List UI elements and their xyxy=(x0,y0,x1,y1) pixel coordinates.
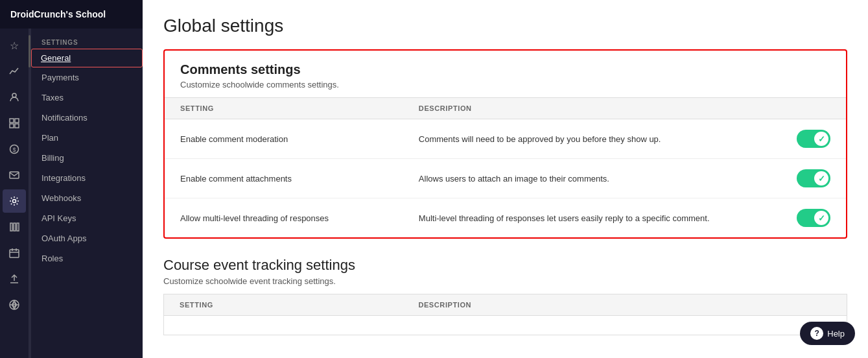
sidebar-icon-grid[interactable] xyxy=(3,112,26,135)
app-title: DroidCrunch's School xyxy=(10,9,106,19)
toggle-threading[interactable]: ✓ xyxy=(797,209,830,227)
sidebar-icon-upload[interactable] xyxy=(3,267,26,291)
sidebar-icon-chart[interactable] xyxy=(3,60,26,83)
table-row: Enable comment moderation Comments will … xyxy=(165,119,846,159)
svg-rect-10 xyxy=(14,223,16,231)
sidebar-icon-users[interactable] xyxy=(3,86,26,109)
setting-description: Multi-level threading of responses let u… xyxy=(403,198,778,238)
toggle-attachments[interactable]: ✓ xyxy=(797,169,830,187)
toggle-check-icon: ✓ xyxy=(818,134,825,144)
table-row xyxy=(164,316,847,335)
toggle-check-icon: ✓ xyxy=(818,213,825,223)
app-header: DroidCrunch's School xyxy=(0,0,143,29)
svg-rect-11 xyxy=(17,223,19,231)
page-title: Global settings xyxy=(163,16,847,36)
svg-rect-4 xyxy=(15,124,19,128)
sidebar-item-plan[interactable]: Plan xyxy=(31,128,143,148)
svg-text:$: $ xyxy=(13,147,16,153)
toggle-cell: ✓ xyxy=(778,159,846,198)
sidebar-item-notifications[interactable]: Notifications xyxy=(31,108,143,128)
sidebar-icon-library[interactable] xyxy=(3,215,26,239)
sidebar-icon-column: ☆ $ xyxy=(0,29,29,358)
tracking-table: SETTING DESCRIPTION xyxy=(163,294,847,335)
table-row: Allow multi-level threading of responses… xyxy=(165,198,846,238)
sidebar-icon-share[interactable] xyxy=(3,293,26,316)
sidebar-item-oauth-apps[interactable]: OAuth Apps xyxy=(31,228,143,248)
sidebar-icon-gear[interactable] xyxy=(3,189,26,213)
tracking-section-desc: Customize schoolwide event tracking sett… xyxy=(163,276,847,286)
tracking-section-title: Course event tracking settings xyxy=(163,257,847,274)
col-header-toggle xyxy=(778,98,846,119)
sidebar-nav: SETTINGS General Payments Taxes Notifica… xyxy=(30,29,143,358)
setting-label: Allow multi-level threading of responses xyxy=(165,198,403,238)
col-header-setting: SETTING xyxy=(165,98,403,119)
help-button[interactable]: ? Help xyxy=(800,322,855,345)
toggle-cell: ✓ xyxy=(778,119,846,159)
sidebar: DroidCrunch's School ☆ $ xyxy=(0,0,143,358)
table-row: Enable comment attachments Allows users … xyxy=(165,159,846,198)
svg-point-8 xyxy=(13,200,16,203)
sidebar-item-webhooks[interactable]: Webhooks xyxy=(31,188,143,208)
comments-settings-section: Comments settings Customize schoolwide c… xyxy=(163,49,847,239)
setting-label: Enable comment attachments xyxy=(165,159,403,198)
sidebar-item-roles[interactable]: Roles xyxy=(31,248,143,268)
comments-section-desc: Customize schoolwide comments settings. xyxy=(180,80,830,90)
tracking-col-header-description: DESCRIPTION xyxy=(403,294,847,316)
setting-description: Comments will need to be approved by you… xyxy=(403,119,778,159)
setting-description: Allows users to attach an image to their… xyxy=(403,159,778,198)
sidebar-item-integrations[interactable]: Integrations xyxy=(31,168,143,188)
sidebar-section-label: SETTINGS xyxy=(31,34,143,49)
comments-section-title: Comments settings xyxy=(180,62,830,77)
sidebar-icon-dollar[interactable]: $ xyxy=(3,137,26,161)
sidebar-icon-mail[interactable] xyxy=(3,163,26,187)
svg-rect-9 xyxy=(10,223,12,231)
sidebar-item-payments[interactable]: Payments xyxy=(31,67,143,88)
sidebar-item-billing[interactable]: Billing xyxy=(31,148,143,168)
tracking-col-header-setting: SETTING xyxy=(164,294,403,316)
tracking-settings-section: Course event tracking settings Customize… xyxy=(163,257,847,335)
svg-point-0 xyxy=(12,93,16,97)
help-icon: ? xyxy=(810,327,823,340)
svg-rect-7 xyxy=(10,172,19,178)
comments-section-header: Comments settings Customize schoolwide c… xyxy=(165,51,846,97)
col-header-description: DESCRIPTION xyxy=(403,98,778,119)
toggle-check-icon: ✓ xyxy=(818,174,825,184)
toggle-moderation[interactable]: ✓ xyxy=(797,130,830,148)
setting-label: Enable comment moderation xyxy=(165,119,403,159)
sidebar-icon-calendar[interactable] xyxy=(3,241,26,265)
sidebar-item-general[interactable]: General xyxy=(31,49,143,67)
sidebar-item-api-keys[interactable]: API Keys xyxy=(31,208,143,228)
svg-rect-1 xyxy=(10,119,14,123)
svg-rect-2 xyxy=(15,119,19,123)
comments-table: SETTING DESCRIPTION Enable comment moder… xyxy=(165,97,846,237)
main-content: Global settings Comments settings Custom… xyxy=(143,0,868,358)
help-label: Help xyxy=(827,329,845,339)
toggle-cell: ✓ xyxy=(778,198,846,238)
sidebar-item-taxes[interactable]: Taxes xyxy=(31,88,143,108)
svg-rect-3 xyxy=(10,124,14,128)
svg-rect-12 xyxy=(10,250,19,257)
sidebar-icon-star[interactable]: ☆ xyxy=(3,34,26,57)
